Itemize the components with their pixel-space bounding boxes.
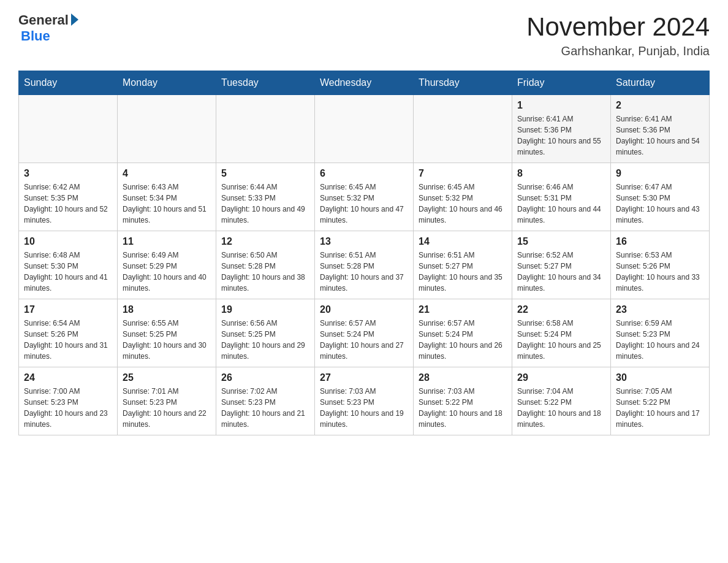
calendar-cell: 23Sunrise: 6:59 AMSunset: 5:23 PMDayligh… — [611, 299, 710, 367]
day-number: 21 — [419, 304, 507, 315]
day-number: 13 — [320, 236, 408, 247]
day-number: 11 — [123, 236, 211, 247]
location-subtitle: Garhshankar, Punjab, India — [526, 44, 710, 58]
day-info: Sunrise: 6:55 AMSunset: 5:25 PMDaylight:… — [123, 318, 211, 362]
calendar-cell: 22Sunrise: 6:58 AMSunset: 5:24 PMDayligh… — [512, 299, 611, 367]
day-info: Sunrise: 6:54 AMSunset: 5:26 PMDaylight:… — [24, 318, 112, 362]
day-number: 8 — [517, 168, 605, 179]
day-info: Sunrise: 6:51 AMSunset: 5:28 PMDaylight:… — [320, 250, 408, 294]
calendar-cell: 3Sunrise: 6:42 AMSunset: 5:35 PMDaylight… — [19, 163, 118, 231]
day-info: Sunrise: 6:41 AMSunset: 5:36 PMDaylight:… — [616, 113, 704, 158]
calendar-cell — [216, 95, 315, 163]
calendar-cell: 26Sunrise: 7:02 AMSunset: 5:23 PMDayligh… — [216, 367, 315, 435]
day-number: 22 — [517, 304, 605, 315]
logo: General Blue — [18, 12, 78, 44]
day-info: Sunrise: 7:03 AMSunset: 5:22 PMDaylight:… — [419, 386, 507, 430]
day-number: 6 — [320, 168, 408, 179]
calendar-cell: 6Sunrise: 6:45 AMSunset: 5:32 PMDaylight… — [315, 163, 414, 231]
day-number: 14 — [419, 236, 507, 247]
day-number: 23 — [616, 304, 704, 315]
day-number: 7 — [419, 168, 507, 179]
day-info: Sunrise: 6:45 AMSunset: 5:32 PMDaylight:… — [419, 182, 507, 226]
day-number: 25 — [123, 372, 211, 383]
calendar-cell: 24Sunrise: 7:00 AMSunset: 5:23 PMDayligh… — [19, 367, 118, 435]
day-info: Sunrise: 6:50 AMSunset: 5:28 PMDaylight:… — [221, 250, 309, 294]
calendar-cell: 15Sunrise: 6:52 AMSunset: 5:27 PMDayligh… — [512, 231, 611, 299]
day-info: Sunrise: 7:00 AMSunset: 5:23 PMDaylight:… — [24, 386, 112, 430]
calendar-week-row: 24Sunrise: 7:00 AMSunset: 5:23 PMDayligh… — [19, 367, 710, 435]
logo-general-text: General — [18, 12, 69, 28]
day-info: Sunrise: 7:04 AMSunset: 5:22 PMDaylight:… — [517, 386, 605, 430]
day-info: Sunrise: 6:59 AMSunset: 5:23 PMDaylight:… — [616, 318, 704, 362]
day-number: 17 — [24, 304, 112, 315]
calendar-cell: 29Sunrise: 7:04 AMSunset: 5:22 PMDayligh… — [512, 367, 611, 435]
day-info: Sunrise: 6:56 AMSunset: 5:25 PMDaylight:… — [221, 318, 309, 362]
weekday-header-row: SundayMondayTuesdayWednesdayThursdayFrid… — [19, 71, 710, 95]
weekday-header-friday: Friday — [512, 71, 611, 95]
day-number: 15 — [517, 236, 605, 247]
day-info: Sunrise: 6:42 AMSunset: 5:35 PMDaylight:… — [24, 182, 112, 226]
day-info: Sunrise: 6:57 AMSunset: 5:24 PMDaylight:… — [419, 318, 507, 362]
weekday-header-sunday: Sunday — [19, 71, 118, 95]
page-header: General Blue November 2024 Garhshankar, … — [18, 12, 710, 58]
calendar-cell: 10Sunrise: 6:48 AMSunset: 5:30 PMDayligh… — [19, 231, 118, 299]
weekday-header-saturday: Saturday — [611, 71, 710, 95]
day-info: Sunrise: 6:57 AMSunset: 5:24 PMDaylight:… — [320, 318, 408, 362]
day-number: 29 — [517, 372, 605, 383]
calendar-cell: 4Sunrise: 6:43 AMSunset: 5:34 PMDaylight… — [118, 163, 216, 231]
logo-blue-text: Blue — [21, 28, 50, 44]
calendar-cell: 12Sunrise: 6:50 AMSunset: 5:28 PMDayligh… — [216, 231, 315, 299]
calendar-cell — [315, 95, 414, 163]
calendar-week-row: 1Sunrise: 6:41 AMSunset: 5:36 PMDaylight… — [19, 95, 710, 163]
day-number: 4 — [123, 168, 211, 179]
day-number: 1 — [517, 100, 605, 111]
day-info: Sunrise: 6:51 AMSunset: 5:27 PMDaylight:… — [419, 250, 507, 294]
calendar-cell: 18Sunrise: 6:55 AMSunset: 5:25 PMDayligh… — [118, 299, 216, 367]
main-title: November 2024 — [526, 12, 710, 42]
day-info: Sunrise: 7:02 AMSunset: 5:23 PMDaylight:… — [221, 386, 309, 430]
calendar-cell: 2Sunrise: 6:41 AMSunset: 5:36 PMDaylight… — [611, 95, 710, 163]
calendar-cell: 17Sunrise: 6:54 AMSunset: 5:26 PMDayligh… — [19, 299, 118, 367]
day-number: 28 — [419, 372, 507, 383]
day-info: Sunrise: 7:01 AMSunset: 5:23 PMDaylight:… — [123, 386, 211, 430]
day-number: 5 — [221, 168, 309, 179]
day-info: Sunrise: 6:58 AMSunset: 5:24 PMDaylight:… — [517, 318, 605, 362]
calendar-cell: 9Sunrise: 6:47 AMSunset: 5:30 PMDaylight… — [611, 163, 710, 231]
day-number: 12 — [221, 236, 309, 247]
calendar-cell — [414, 95, 512, 163]
day-number: 9 — [616, 168, 704, 179]
day-info: Sunrise: 6:41 AMSunset: 5:36 PMDaylight:… — [517, 113, 605, 158]
day-info: Sunrise: 6:48 AMSunset: 5:30 PMDaylight:… — [24, 250, 112, 294]
day-info: Sunrise: 7:03 AMSunset: 5:23 PMDaylight:… — [320, 386, 408, 430]
calendar-cell: 7Sunrise: 6:45 AMSunset: 5:32 PMDaylight… — [414, 163, 512, 231]
calendar-cell: 1Sunrise: 6:41 AMSunset: 5:36 PMDaylight… — [512, 95, 611, 163]
day-number: 2 — [616, 100, 704, 111]
calendar-cell: 30Sunrise: 7:05 AMSunset: 5:22 PMDayligh… — [611, 367, 710, 435]
day-number: 24 — [24, 372, 112, 383]
day-info: Sunrise: 6:49 AMSunset: 5:29 PMDaylight:… — [123, 250, 211, 294]
day-info: Sunrise: 7:05 AMSunset: 5:22 PMDaylight:… — [616, 386, 704, 430]
day-number: 3 — [24, 168, 112, 179]
day-number: 16 — [616, 236, 704, 247]
weekday-header-tuesday: Tuesday — [216, 71, 315, 95]
calendar-cell: 5Sunrise: 6:44 AMSunset: 5:33 PMDaylight… — [216, 163, 315, 231]
calendar-table: SundayMondayTuesdayWednesdayThursdayFrid… — [18, 71, 710, 435]
calendar-cell — [118, 95, 216, 163]
title-block: November 2024 Garhshankar, Punjab, India — [526, 12, 710, 58]
day-number: 20 — [320, 304, 408, 315]
day-number: 27 — [320, 372, 408, 383]
weekday-header-monday: Monday — [118, 71, 216, 95]
calendar-cell — [19, 95, 118, 163]
calendar-week-row: 3Sunrise: 6:42 AMSunset: 5:35 PMDaylight… — [19, 163, 710, 231]
day-info: Sunrise: 6:43 AMSunset: 5:34 PMDaylight:… — [123, 182, 211, 226]
day-info: Sunrise: 6:47 AMSunset: 5:30 PMDaylight:… — [616, 182, 704, 226]
calendar-cell: 19Sunrise: 6:56 AMSunset: 5:25 PMDayligh… — [216, 299, 315, 367]
calendar-cell: 28Sunrise: 7:03 AMSunset: 5:22 PMDayligh… — [414, 367, 512, 435]
weekday-header-wednesday: Wednesday — [315, 71, 414, 95]
calendar-cell: 16Sunrise: 6:53 AMSunset: 5:26 PMDayligh… — [611, 231, 710, 299]
calendar-cell: 14Sunrise: 6:51 AMSunset: 5:27 PMDayligh… — [414, 231, 512, 299]
day-info: Sunrise: 6:52 AMSunset: 5:27 PMDaylight:… — [517, 250, 605, 294]
logo-arrow-icon — [71, 13, 78, 26]
day-number: 19 — [221, 304, 309, 315]
calendar-cell: 11Sunrise: 6:49 AMSunset: 5:29 PMDayligh… — [118, 231, 216, 299]
